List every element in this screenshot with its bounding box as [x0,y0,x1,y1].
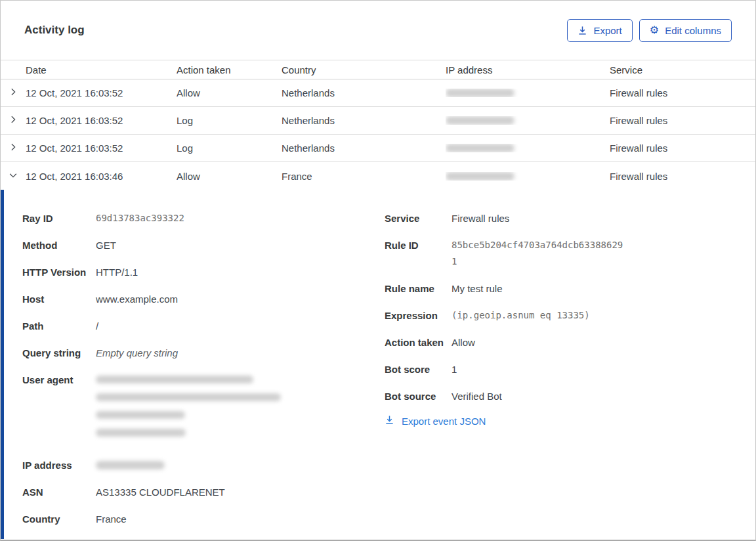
service-value: Firewall rules [452,210,509,227]
http-version-value: HTTP/1.1 [96,264,138,280]
cell-service: Firewall rules [610,87,755,98]
cell-date: 12 Oct, 2021 16:03:46 [26,171,177,182]
chevron-right-icon [9,87,18,98]
column-header-service: Service [610,64,755,76]
http-version-label: HTTP Version [22,264,96,280]
page-title: Activity log [24,24,85,37]
path-value: / [96,318,98,334]
column-header-country: Country [282,64,446,76]
table-header: Date Action taken Country IP address Ser… [1,60,755,79]
chevron-right-icon [9,115,18,126]
query-string-value: Empty query string [96,345,178,361]
host-label: Host [22,291,96,307]
edit-columns-button[interactable]: ⚙ Edit columns [639,19,732,42]
host-value: www.example.com [96,291,178,307]
redacted-ip [446,144,514,152]
table-row[interactable]: 12 Oct, 2021 16:03:52 Allow Netherlands … [1,79,755,107]
cell-service: Firewall rules [610,142,755,154]
cell-action-taken: Allow [177,87,282,98]
table-row[interactable]: 12 Oct, 2021 16:03:52 Log Netherlands Fi… [1,135,755,162]
header-actions: Export ⚙ Edit columns [567,19,732,42]
collapse-row-button[interactable] [1,162,26,190]
country-label: Country [22,511,96,527]
cell-date: 12 Oct, 2021 16:03:52 [26,142,177,154]
redacted-ip-address [96,461,165,469]
bot-source-label: Bot source [385,388,452,404]
export-event-json-link[interactable]: Export event JSON [385,415,732,427]
event-detail-right-column: Service Firewall rules Rule ID 85bce5b20… [385,210,732,539]
download-icon [385,415,394,427]
user-agent-label: User agent [22,372,96,446]
download-icon [578,26,587,35]
rule-id-value: 85bce5b204cf4703a764dcb633886291 [452,237,626,270]
expression-value: (ip.geoip.asnum eq 13335) [452,307,590,324]
redacted-ip [446,172,514,181]
service-label: Service [385,210,452,227]
cell-date: 12 Oct, 2021 16:03:52 [26,87,177,98]
cell-action-taken: Allow [177,171,282,182]
country-value: France [96,511,127,527]
rule-id-label: Rule ID [385,237,452,270]
cell-country: Netherlands [282,115,446,126]
expression-label: Expression [385,307,452,324]
export-button[interactable]: Export [567,19,632,42]
expand-row-button[interactable] [1,79,26,106]
action-taken-value: Allow [452,334,475,351]
cell-action-taken: Log [177,115,282,126]
rule-name-label: Rule name [385,280,452,297]
cell-service: Firewall rules [610,171,755,182]
cell-country: Netherlands [282,87,446,98]
method-label: Method [22,237,96,253]
query-string-label: Query string [22,345,96,361]
table-row-expanded[interactable]: 12 Oct, 2021 16:03:46 Allow France Firew… [1,162,755,190]
path-label: Path [22,318,96,334]
ip-address-label: IP address [22,457,96,473]
cell-service: Firewall rules [610,115,755,126]
column-header-action-taken: Action taken [177,64,282,76]
edit-columns-label: Edit columns [665,25,721,36]
event-detail-left-column: Ray ID 69d13783ac393322 Method GET HTTP … [22,210,385,539]
expand-row-button[interactable] [1,107,26,134]
asn-label: ASN [22,484,96,500]
export-button-label: Export [593,25,621,36]
export-event-json-label: Export event JSON [402,416,486,427]
bot-score-label: Bot score [385,361,452,378]
bot-source-value: Verified Bot [452,388,502,404]
table-row[interactable]: 12 Oct, 2021 16:03:52 Log Netherlands Fi… [1,107,755,135]
chevron-right-icon [9,142,18,154]
activity-log-panel: Activity log Export ⚙ Edit columns Date … [0,0,756,541]
redacted-ip [446,89,514,97]
redacted-ip [446,116,514,125]
cell-country: Netherlands [282,142,446,154]
event-detail-panel: Ray ID 69d13783ac393322 Method GET HTTP … [1,190,755,539]
column-header-ip-address: IP address [446,64,610,76]
cell-date: 12 Oct, 2021 16:03:52 [26,115,177,126]
redacted-user-agent [96,372,281,446]
action-taken-label: Action taken [385,334,452,351]
bot-score-value: 1 [452,361,457,378]
gear-icon: ⚙ [650,25,659,35]
cell-country: France [282,171,446,182]
rule-name-value: My test rule [452,280,503,297]
chevron-down-icon [9,171,18,182]
asn-value: AS13335 CLOUDFLARENET [96,484,225,500]
expand-row-button[interactable] [1,135,26,162]
method-value: GET [96,237,116,253]
header-bar: Activity log Export ⚙ Edit columns [1,1,755,60]
cell-action-taken: Log [177,142,282,154]
ray-id-value: 69d13783ac393322 [96,210,184,227]
ray-id-label: Ray ID [22,210,96,227]
column-header-date: Date [26,64,177,76]
